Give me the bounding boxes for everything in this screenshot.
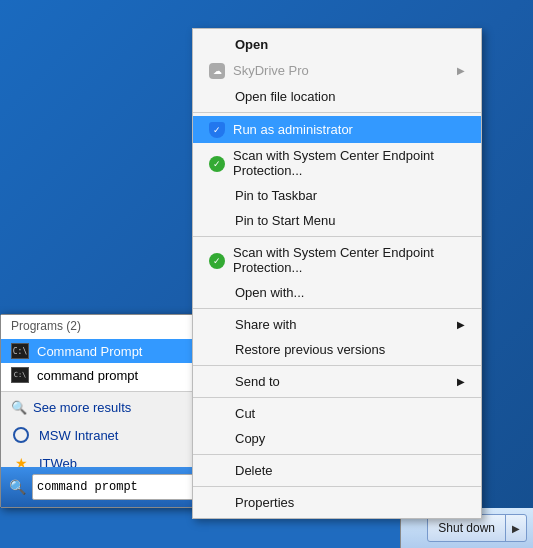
- context-menu-item-open[interactable]: Open: [193, 32, 481, 57]
- context-menu-item-copy[interactable]: Copy: [193, 426, 481, 451]
- submenu-arrow-icon: ▶: [457, 65, 465, 76]
- context-menu-item-delete[interactable]: Delete: [193, 458, 481, 483]
- context-menu-item-pinstartmenu[interactable]: Pin to Start Menu: [193, 208, 481, 233]
- context-menu-item-label-restoreprev: Restore previous versions: [235, 342, 385, 357]
- context-menu: Open☁SkyDrive Pro▶Open file location✓Run…: [192, 28, 482, 519]
- context-menu-item-label-openwith: Open with...: [235, 285, 304, 300]
- context-menu-item-openfilelocation[interactable]: Open file location: [193, 84, 481, 109]
- context-menu-item-runasadmin[interactable]: ✓Run as administrator: [193, 116, 481, 143]
- program-label-cmd2: command prompt: [37, 368, 138, 383]
- context-menu-item-pintaskbar[interactable]: Pin to Taskbar: [193, 183, 481, 208]
- shutdown-arrow-icon[interactable]: ▶: [506, 515, 526, 541]
- context-menu-item-label-openfilelocation: Open file location: [235, 89, 335, 104]
- context-menu-item-label-delete: Delete: [235, 463, 273, 478]
- search-icon: 🔍: [11, 400, 27, 415]
- cloud-icon: ☁: [209, 62, 225, 79]
- context-menu-separator: [193, 236, 481, 237]
- shield-icon: ✓: [209, 121, 225, 138]
- context-menu-separator: [193, 308, 481, 309]
- context-menu-separator: [193, 112, 481, 113]
- context-menu-item-label-scan2: Scan with System Center Endpoint Protect…: [233, 245, 465, 275]
- context-menu-separator: [193, 365, 481, 366]
- context-menu-item-cut[interactable]: Cut: [193, 401, 481, 426]
- green-check-icon: ✓: [209, 252, 225, 269]
- submenu-arrow-icon: ▶: [457, 376, 465, 387]
- context-menu-item-sendto[interactable]: Send to▶: [193, 369, 481, 394]
- cmd-icon-1: C:\: [11, 343, 29, 359]
- context-menu-item-label-cut: Cut: [235, 406, 255, 421]
- context-menu-item-restoreprev[interactable]: Restore previous versions: [193, 337, 481, 362]
- context-menu-separator: [193, 486, 481, 487]
- green-check-icon: ✓: [209, 155, 225, 172]
- context-menu-item-scan2[interactable]: ✓Scan with System Center Endpoint Protec…: [193, 240, 481, 280]
- msw-label: MSW Intranet: [39, 428, 118, 443]
- context-menu-item-label-runasadmin: Run as administrator: [233, 122, 353, 137]
- context-menu-item-openwith[interactable]: Open with...: [193, 280, 481, 305]
- submenu-arrow-icon: ▶: [457, 319, 465, 330]
- context-menu-item-properties[interactable]: Properties: [193, 490, 481, 515]
- context-menu-item-label-pintaskbar: Pin to Taskbar: [235, 188, 317, 203]
- context-menu-item-label-pinstartmenu: Pin to Start Menu: [235, 213, 335, 228]
- context-menu-item-label-scan1: Scan with System Center Endpoint Protect…: [233, 148, 465, 178]
- context-menu-item-scan1[interactable]: ✓Scan with System Center Endpoint Protec…: [193, 143, 481, 183]
- context-menu-item-sharewith[interactable]: Share with▶: [193, 312, 481, 337]
- context-menu-item-label-sharewith: Share with: [235, 317, 296, 332]
- context-menu-item-label-copy: Copy: [235, 431, 265, 446]
- cmd-icon-2: C:\: [11, 367, 29, 383]
- see-more-label: See more results: [33, 400, 131, 415]
- context-menu-item-skydrive: ☁SkyDrive Pro▶: [193, 57, 481, 84]
- program-label-cmd1: Command Prompt: [37, 344, 142, 359]
- programs-count-label: Programs (2): [11, 319, 81, 333]
- context-menu-item-label-skydrive: SkyDrive Pro: [233, 63, 309, 78]
- search-bar-icon: 🔍: [9, 479, 26, 495]
- msw-icon: [11, 425, 31, 445]
- context-menu-item-label-sendto: Send to: [235, 374, 280, 389]
- context-menu-separator: [193, 397, 481, 398]
- context-menu-separator: [193, 454, 481, 455]
- context-menu-item-label-properties: Properties: [235, 495, 294, 510]
- context-menu-item-label-open: Open: [235, 37, 268, 52]
